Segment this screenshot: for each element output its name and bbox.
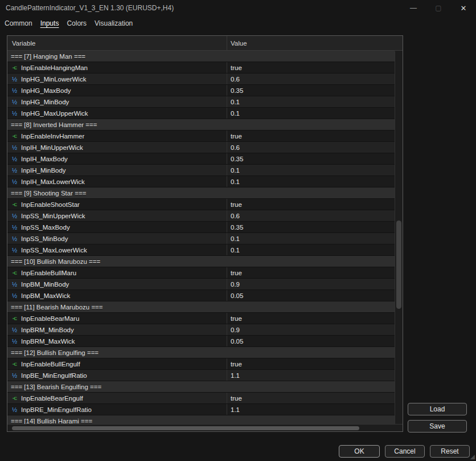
close-icon[interactable]: ✕	[451, 0, 476, 16]
variable-cell: ½InpHG_MinBody	[7, 96, 227, 107]
value-cell[interactable]: 0.1	[227, 96, 395, 107]
param-row[interactable]: ½InpBRM_MinBody0.9	[7, 324, 395, 336]
param-row[interactable]: ½InpIH_MinBody0.1	[7, 165, 395, 176]
bool-type-icon: ⑂	[11, 360, 18, 368]
group-row[interactable]: === [14] Bullish Harami ===	[7, 415, 395, 425]
value-cell[interactable]: 1.1	[227, 370, 395, 381]
param-row[interactable]: ⑂InpEnableShootStartrue	[7, 199, 395, 210]
value-cell[interactable]: 0.6	[227, 210, 395, 221]
param-row[interactable]: ½InpBM_MaxWick0.05	[7, 290, 395, 301]
variable-name: InpHG_MaxUpperWick	[21, 110, 88, 117]
value-cell[interactable]: true	[227, 267, 395, 278]
value-cell[interactable]: 0.9	[227, 324, 395, 335]
param-row[interactable]: ⑂InpEnableBullEngulftrue	[7, 358, 395, 370]
cancel-button[interactable]: Cancel	[385, 445, 425, 458]
value-cell[interactable]: 0.1	[227, 165, 395, 176]
value-cell[interactable]: 1.1	[227, 404, 395, 415]
value-cell[interactable]: true	[227, 393, 395, 403]
bool-type-icon: ⑂	[11, 394, 18, 402]
value-cell[interactable]: 0.6	[227, 142, 395, 153]
bool-type-icon: ⑂	[11, 200, 18, 209]
load-button[interactable]: Load	[408, 403, 467, 415]
double-type-icon: ½	[10, 213, 19, 219]
variable-cell: ½InpIH_MinBody	[7, 165, 227, 176]
value-cell[interactable]: 0.6	[227, 74, 395, 84]
horizontal-scrollbar[interactable]	[7, 424, 403, 431]
group-row[interactable]: === [8] Inverted Hammer ===	[7, 119, 395, 130]
param-row[interactable]: ½InpBE_MinEngulfRatio1.1	[7, 370, 395, 381]
value-cell[interactable]: 0.1	[227, 233, 395, 244]
param-row[interactable]: ½InpBRE_MinEngulfRatio1.1	[7, 404, 395, 415]
param-row[interactable]: ½InpSS_MaxLowerWick0.1	[7, 244, 395, 256]
variable-cell: ½InpSS_MaxLowerWick	[7, 244, 227, 255]
save-button[interactable]: Save	[408, 420, 467, 433]
maximize-icon[interactable]: ▢	[426, 0, 451, 16]
value-cell[interactable]: 0.1	[227, 108, 395, 119]
group-row[interactable]: === [11] Bearish Marubozu ===	[7, 301, 395, 313]
tab-visualization[interactable]: Visualization	[95, 19, 133, 27]
value-cell[interactable]: true	[227, 313, 395, 324]
group-row[interactable]: === [7] Hanging Man ===	[7, 51, 395, 62]
double-type-icon: ½	[10, 224, 19, 231]
param-row[interactable]: ½InpBM_MinBody0.9	[7, 279, 395, 290]
group-label: === [9] Shooting Star ===	[7, 187, 395, 198]
value-cell[interactable]: 0.35	[227, 85, 395, 96]
value-cell[interactable]: 0.35	[227, 153, 395, 164]
double-type-icon: ½	[10, 327, 19, 333]
param-row[interactable]: ½InpIH_MaxBody0.35	[7, 153, 395, 165]
param-row[interactable]: ⑂InpEnableBearMarutrue	[7, 313, 395, 324]
variable-cell: ½InpBRE_MinEngulfRatio	[7, 404, 227, 415]
vertical-scrollbar-thumb[interactable]	[396, 221, 401, 309]
param-row[interactable]: ½InpIH_MaxLowerWick0.1	[7, 176, 395, 187]
double-type-icon: ½	[10, 156, 19, 162]
param-row[interactable]: ½InpBRM_MaxWick0.05	[7, 336, 395, 347]
param-row[interactable]: ½InpHG_MaxBody0.35	[7, 85, 395, 96]
group-row[interactable]: === [13] Bearish Engulfing ===	[7, 381, 395, 393]
param-row[interactable]: ½InpHG_MinBody0.1	[7, 96, 395, 108]
double-type-icon: ½	[10, 99, 19, 105]
group-row[interactable]: === [9] Shooting Star ===	[7, 187, 395, 199]
horizontal-scrollbar-thumb[interactable]	[12, 426, 359, 430]
value-cell[interactable]: 0.05	[227, 290, 395, 301]
param-row[interactable]: ⑂InpEnableInvHammertrue	[7, 130, 395, 142]
variable-cell: ⑂InpEnableHangingMan	[7, 62, 227, 73]
param-row[interactable]: ½InpHG_MinLowerWick0.6	[7, 74, 395, 85]
group-row[interactable]: === [12] Bullish Engulfing ===	[7, 347, 395, 358]
value-cell[interactable]: true	[227, 199, 395, 210]
value-cell[interactable]: 0.9	[227, 279, 395, 289]
param-row[interactable]: ½InpIH_MinUpperWick0.6	[7, 142, 395, 153]
resize-grip-icon[interactable]: ◢	[468, 453, 475, 460]
reset-button[interactable]: Reset	[430, 445, 470, 458]
variable-name: InpSS_MaxBody	[21, 224, 70, 231]
param-row[interactable]: ⑂InpEnableHangingMantrue	[7, 62, 395, 74]
ok-button[interactable]: OK	[339, 445, 380, 458]
value-cell[interactable]: 0.35	[227, 222, 395, 232]
value-cell[interactable]: 0.1	[227, 244, 395, 255]
param-row[interactable]: ½InpSS_MinUpperWick0.6	[7, 210, 395, 222]
value-cell[interactable]: true	[227, 130, 395, 141]
value-cell[interactable]: 0.1	[227, 176, 395, 187]
column-header-variable[interactable]: Variable	[7, 40, 227, 47]
column-header-value[interactable]: Value	[227, 36, 403, 50]
tab-colors[interactable]: Colors	[67, 19, 87, 27]
tab-common[interactable]: Common	[5, 19, 32, 27]
variable-cell: ½InpHG_MaxUpperWick	[7, 108, 227, 119]
group-row[interactable]: === [10] Bullish Marubozu ===	[7, 256, 395, 267]
value-cell[interactable]: true	[227, 358, 395, 369]
value-cell[interactable]: 0.05	[227, 336, 395, 346]
tab-inputs[interactable]: Inputs	[40, 19, 59, 27]
double-type-icon: ½	[10, 110, 19, 117]
param-row[interactable]: ½InpSS_MinBody0.1	[7, 233, 395, 244]
param-row[interactable]: ⑂InpEnableBearEngulftrue	[7, 393, 395, 404]
window-title: CandlePatternIndicator_V1_3_EN 1.30 (EUR…	[6, 4, 401, 12]
double-type-icon: ½	[10, 87, 19, 94]
param-row[interactable]: ⑂InpEnableBullMarutrue	[7, 267, 395, 279]
variable-cell: ⑂InpEnableShootStar	[7, 199, 227, 210]
param-row[interactable]: ½InpHG_MaxUpperWick0.1	[7, 108, 395, 119]
value-cell[interactable]: true	[227, 62, 395, 73]
vertical-scrollbar[interactable]	[395, 51, 403, 424]
param-row[interactable]: ½InpSS_MaxBody0.35	[7, 222, 395, 233]
group-label: === [12] Bullish Engulfing ===	[7, 347, 395, 358]
double-type-icon: ½	[10, 372, 19, 379]
minimize-icon[interactable]: —	[401, 0, 426, 16]
